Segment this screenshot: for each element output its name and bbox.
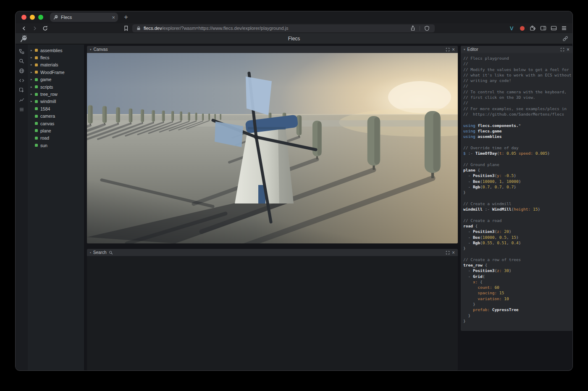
entity-color-square — [35, 71, 38, 74]
entity-label: windmill — [40, 99, 56, 104]
expand-arrow-icon[interactable]: ▸ — [31, 49, 35, 52]
chevron-down-icon[interactable]: ▾ — [90, 48, 92, 51]
editor-panel-header[interactable]: ▾ Editor × — [461, 46, 572, 53]
bookmark-icon[interactable] — [122, 24, 130, 32]
expand-arrow-icon[interactable]: ▸ — [31, 100, 35, 103]
close-icon[interactable]: × — [452, 47, 455, 52]
code-line: using assemblies — [463, 134, 570, 139]
expand-arrow-icon[interactable]: ▸ — [31, 78, 35, 81]
zoom-window-button[interactable] — [38, 15, 43, 20]
code-line: variation: 10 — [463, 296, 570, 301]
code-line: // https://github.com/SanderMertens/flec… — [463, 111, 570, 117]
sidebar-tab-inspect[interactable] — [16, 85, 28, 95]
tree-item-canvas[interactable]: canvas — [28, 120, 84, 127]
expand-icon[interactable] — [446, 48, 450, 52]
search-panel-header[interactable]: • Search × — [87, 249, 458, 256]
extensions-puzzle-icon[interactable] — [528, 24, 537, 32]
tree-item-flecs[interactable]: ▸flecs — [28, 54, 84, 61]
expand-arrow-icon[interactable]: ▸ — [31, 63, 35, 66]
red-circle-icon — [520, 26, 525, 31]
chevron-down-icon[interactable]: ▾ — [464, 48, 465, 51]
code-line: - Grid{ — [463, 274, 570, 279]
sidebar-tab-code[interactable] — [16, 76, 28, 85]
close-icon[interactable]: × — [567, 47, 570, 52]
search-panel: • Search × — [87, 249, 458, 370]
tree-item-camera[interactable]: camera — [28, 113, 84, 120]
extension-dot-icon[interactable] — [518, 24, 526, 32]
code-line: plane { — [463, 167, 570, 173]
editor-panel: ▾ Editor × // Flecs playground//// Modif… — [461, 46, 572, 331]
tree-item-assemblies[interactable]: ▸assemblies — [28, 47, 84, 54]
minimize-window-button[interactable] — [30, 15, 35, 20]
entity-color-square — [35, 49, 38, 52]
code-line: // For more examples, see examples/plecs… — [463, 106, 570, 111]
editor-panel-title: Editor — [467, 47, 478, 52]
tree-item-road[interactable]: road — [28, 135, 84, 142]
url-host: flecs.dev — [144, 26, 162, 31]
search-panel-title: Search — [93, 250, 107, 255]
code-editor[interactable]: // Flecs playground//// Modify the value… — [461, 53, 572, 331]
link-icon[interactable] — [562, 36, 568, 42]
expand-arrow-icon[interactable]: ▸ — [31, 56, 35, 59]
window-panel-icon[interactable] — [549, 24, 558, 32]
expand-icon[interactable] — [446, 251, 450, 255]
code-line: // what it's like to work with an ECS wi… — [463, 72, 570, 78]
code-line: // To control the camera with the keyboa… — [463, 89, 570, 95]
bullet-icon[interactable]: • — [90, 251, 91, 254]
address-bar[interactable]: flecs.dev/explorer/?wasm=https://www.fle… — [132, 24, 435, 32]
code-line: // — [463, 100, 570, 106]
code-line — [463, 156, 570, 161]
canvas-panel-header[interactable]: ▾ Canvas × — [87, 46, 458, 53]
brave-shield-icon[interactable] — [423, 24, 431, 32]
tree-item-1584[interactable]: 1584 — [28, 105, 84, 112]
sidebar-tab-stats[interactable] — [16, 95, 28, 105]
flecs-logo[interactable] — [19, 35, 28, 42]
back-button[interactable] — [20, 24, 28, 32]
close-window-button[interactable] — [21, 15, 26, 20]
expand-arrow-icon[interactable]: ▸ — [31, 92, 35, 96]
forward-button[interactable] — [30, 24, 39, 32]
new-tab-button[interactable]: + — [124, 13, 128, 21]
tree-item-scripts[interactable]: ▸scripts — [28, 83, 84, 90]
tree-item-sun[interactable]: sun — [28, 142, 84, 149]
code-line — [463, 117, 570, 122]
menu-icon[interactable] — [560, 24, 568, 32]
tree-item-plane[interactable]: plane — [28, 127, 84, 134]
code-line: - Position3{y: -0.5} — [463, 173, 570, 178]
tab-close-icon[interactable]: × — [112, 15, 115, 20]
tree-item-game[interactable]: ▸game — [28, 76, 84, 83]
sidebar-tab-search[interactable] — [16, 56, 28, 66]
entity-label: assemblies — [40, 48, 63, 53]
share-icon[interactable] — [409, 24, 417, 32]
entity-label: tree_row — [40, 92, 58, 97]
entity-label: scripts — [40, 85, 53, 90]
3d-canvas-view[interactable] — [87, 53, 458, 243]
code-line: } — [463, 190, 570, 195]
sidebar-tab-logs[interactable] — [16, 105, 28, 114]
entity-label: canvas — [40, 121, 54, 126]
code-line: // Create a road — [463, 218, 570, 223]
expand-arrow-icon[interactable]: ▸ — [31, 71, 35, 74]
close-icon[interactable]: × — [452, 250, 455, 255]
tab-title: Flecs — [61, 15, 109, 20]
sidebar-tab-entities[interactable] — [16, 47, 28, 56]
extension-v-icon[interactable]: V — [507, 24, 516, 32]
tree-item-windmill[interactable]: ▸windmill — [28, 98, 84, 105]
url-text: flecs.dev/explorer/?wasm=https://www.fle… — [144, 26, 406, 31]
tree-item-materials[interactable]: ▸materials — [28, 61, 84, 69]
code-line: // Flecs playground — [463, 55, 570, 61]
browser-tab[interactable]: Flecs × — [50, 13, 118, 22]
sidebar-toggle-icon[interactable] — [539, 24, 547, 32]
sidebar-tab-world[interactable] — [16, 66, 28, 76]
tree-item-tree_row[interactable]: ▸tree_row — [28, 90, 84, 98]
tree-item-WoodFrame[interactable]: ▸WoodFrame — [28, 69, 84, 76]
code-line: - Box{10000, 1, 10000} — [463, 179, 570, 184]
left-icon-strip — [16, 45, 28, 370]
expand-icon[interactable] — [560, 48, 564, 52]
expand-arrow-icon[interactable]: ▸ — [31, 85, 35, 89]
entity-label: camera — [40, 114, 55, 119]
search-results-area — [87, 256, 458, 370]
entity-tree: ▸assemblies▸flecs▸materials▸WoodFrame▸ga… — [28, 45, 84, 370]
reload-button[interactable] — [41, 24, 49, 32]
entity-color-square — [35, 129, 38, 132]
